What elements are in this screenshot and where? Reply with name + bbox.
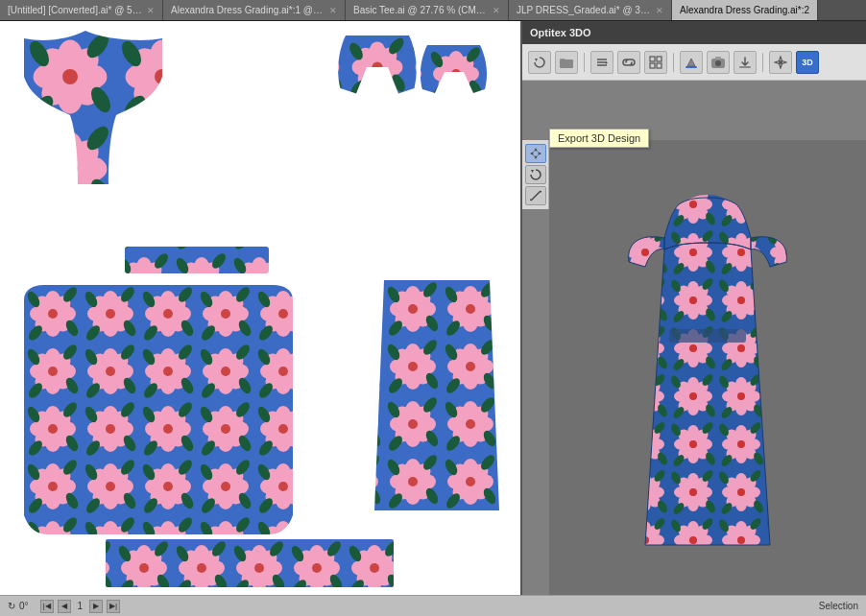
sleeve-piece: [338, 36, 417, 94]
tab-4-close[interactable]: ✕: [656, 6, 663, 15]
svg-point-32: [779, 60, 782, 64]
waistband-piece: [125, 247, 269, 273]
grid-button[interactable]: [644, 51, 667, 74]
tab-3-close[interactable]: ✕: [493, 6, 500, 15]
tab-5[interactable]: Alexandra Dress Grading.ai*:2: [672, 0, 818, 21]
svg-marker-33: [530, 148, 541, 159]
svg-rect-17: [560, 59, 573, 68]
folder-button[interactable]: [555, 51, 578, 74]
bottom-strip-piece: [106, 539, 394, 587]
side-panel-piece: [374, 280, 499, 510]
toolbar-divider-1: [584, 53, 585, 72]
rotation-status: ↻ 0°: [8, 601, 29, 611]
page-last-button[interactable]: ▶|: [107, 600, 120, 613]
svg-rect-22: [650, 57, 655, 61]
tab-bar: [Untitled] [Converted].ai* @ 56.69 % (CM…: [0, 0, 866, 21]
tab-4-label: JLP DRESS_Graded.ai* @ 3.13 % (CMYK/Prev…: [517, 5, 651, 15]
svg-rect-23: [657, 57, 662, 61]
svg-line-35: [531, 191, 541, 201]
side-toolbar: [522, 140, 549, 209]
optitex-titlebar: Optitex 3DO: [522, 21, 866, 44]
page-first-button[interactable]: |◀: [40, 600, 54, 613]
fill-button[interactable]: [680, 51, 703, 74]
page-navigation: |◀ ◀ 1 ▶ ▶|: [40, 600, 121, 613]
layers-button[interactable]: [590, 51, 613, 74]
svg-point-28: [715, 60, 721, 66]
camera-button[interactable]: [707, 51, 730, 74]
tab-4[interactable]: JLP DRESS_Graded.ai* @ 3.13 % (CMYK/Prev…: [509, 0, 672, 21]
tab-2[interactable]: Alexandra Dress Grading.ai*:1 @ 8.33 % (…: [163, 0, 346, 21]
svg-rect-15: [106, 539, 394, 587]
svg-rect-26: [686, 66, 697, 68]
tab-2-label: Alexandra Dress Grading.ai*:1 @ 8.33 % (…: [171, 5, 325, 15]
toolbar-divider-2: [673, 53, 674, 72]
tab-3-label: Basic Tee.ai @ 27.76 % (CMYK/Preview): [353, 5, 488, 15]
tab-1-label: [Untitled] [Converted].ai* @ 56.69 % (CM…: [8, 5, 142, 15]
optitex-toolbar: 3D: [522, 44, 866, 81]
rotation-value: 0°: [19, 601, 29, 611]
toolbar-divider-3: [762, 53, 763, 72]
dress-3d-model: [621, 180, 794, 555]
optitex-title: Optitex 3DO: [530, 27, 591, 38]
svg-rect-30: [739, 66, 751, 68]
rotate-tool-button[interactable]: [525, 165, 546, 184]
tab-1[interactable]: [Untitled] [Converted].ai* @ 56.69 % (CM…: [0, 0, 163, 21]
tool-label: Selection: [819, 601, 858, 611]
skirt-piece: [24, 285, 293, 534]
3d-label: 3D: [802, 58, 813, 67]
tab-3[interactable]: Basic Tee.ai @ 27.76 % (CMYK/Preview) ✕: [346, 0, 509, 21]
tooltip-text: Export 3D Design: [558, 132, 640, 144]
status-bar: ↻ 0° |◀ ◀ 1 ▶ ▶| Selection: [0, 595, 866, 616]
shoulder-piece: [421, 45, 487, 93]
canvas-background: [0, 21, 520, 595]
export-3d-tooltip: Export 3D Design: [549, 129, 649, 148]
crop-top-piece: [24, 31, 162, 184]
svg-marker-16: [535, 59, 538, 61]
move-tool-button[interactable]: [525, 144, 546, 163]
viewport-3d[interactable]: [549, 140, 866, 595]
link-button[interactable]: [617, 51, 640, 74]
scale-tool-button[interactable]: [525, 186, 546, 205]
tool-status: Selection: [819, 601, 858, 611]
tab-2-close[interactable]: ✕: [329, 6, 337, 15]
svg-rect-53: [669, 329, 746, 343]
optitex-panel: Optitex 3DO: [520, 21, 866, 595]
tab-1-close[interactable]: ✕: [147, 6, 155, 15]
svg-rect-25: [657, 63, 662, 68]
viewport-container: Export 3D Design: [522, 81, 866, 595]
svg-rect-24: [650, 63, 655, 68]
page-prev-button[interactable]: ◀: [58, 600, 71, 613]
pattern-canvas: [0, 21, 518, 595]
3d-button[interactable]: 3D: [796, 51, 819, 74]
page-number: 1: [78, 601, 84, 611]
main-area: Optitex 3DO: [0, 21, 866, 595]
svg-marker-34: [531, 170, 534, 173]
svg-rect-29: [715, 57, 721, 59]
tab-5-label: Alexandra Dress Grading.ai*:2: [680, 5, 809, 15]
rotation-icon: ↻: [8, 601, 15, 611]
refresh-button[interactable]: [528, 51, 551, 74]
download-button[interactable]: [734, 51, 757, 74]
page-next-button[interactable]: ▶: [89, 600, 103, 613]
settings-button[interactable]: [769, 51, 792, 74]
canvas-area: [0, 21, 520, 595]
